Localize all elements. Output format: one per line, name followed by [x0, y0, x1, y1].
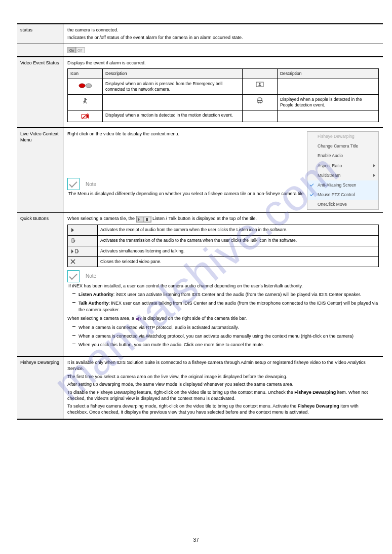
row-context-menu: Live Video Context Menu Right click on t… — [17, 128, 383, 213]
menu-enable-audio[interactable]: Enable Audio — [307, 151, 378, 161]
svg-rect-20 — [72, 239, 74, 242]
menu-fisheye-dewarping[interactable]: Fisheye Dewarping — [307, 132, 378, 141]
talk-icon — [68, 235, 98, 246]
listen-icon — [68, 225, 98, 235]
menu-oneclick-move[interactable]: OneClick Move — [307, 200, 378, 209]
row-status-icons: OnOff — [17, 44, 383, 57]
vehicle-detect-icon — [242, 95, 277, 110]
close-icon — [68, 256, 98, 267]
row-video-event: Video Event Status Displays the event if… — [17, 57, 383, 128]
row-quick-buttons: Quick Buttons When selecting a camera ti… — [17, 213, 383, 357]
menu-antialias[interactable]: Anti-Aliasing Screen — [307, 180, 378, 190]
menu-change-title[interactable]: Change Camera Title — [307, 141, 378, 151]
svg-text:Off: Off — [77, 49, 82, 52]
row-status: status the camera is connected. Indicate… — [17, 24, 383, 44]
on-off-switch-icon: OnOff — [67, 47, 85, 53]
menu-aspect-ratio[interactable]: Aspect Ratio — [307, 161, 378, 171]
row-label: Video Event Status — [17, 57, 63, 127]
event-icon-table: Icon Description Description Displayed w… — [67, 68, 379, 122]
page-number: 37 — [193, 537, 199, 543]
quick-button-table: Activates the receipt of audio from the … — [67, 225, 379, 267]
row-label: Live Video Context Menu — [17, 128, 63, 212]
people-detect-icon — [242, 79, 277, 95]
row-label: Quick Buttons — [17, 213, 63, 356]
svg-point-14 — [260, 102, 261, 103]
menu-mouse-ptz[interactable]: Mouse PTZ Control — [307, 190, 378, 200]
row-label: status — [17, 24, 63, 44]
svg-rect-19 — [146, 218, 148, 221]
row-fisheye: Fisheye Dewarping It is available only w… — [17, 357, 383, 420]
context-menu: Fisheye Dewarping Change Camera Title En… — [307, 131, 379, 209]
svg-text:On: On — [69, 49, 74, 52]
listen-talk-icon — [68, 246, 98, 256]
note-check-icon — [67, 178, 80, 190]
note-check-icon — [67, 270, 80, 282]
menu-multistream[interactable]: MultiStream — [307, 171, 378, 180]
motion-detect-icon — [68, 95, 103, 110]
document-table: status the camera is connected. Indicate… — [17, 23, 383, 420]
svg-rect-17 — [137, 217, 144, 222]
svg-point-13 — [258, 102, 259, 103]
svg-rect-21 — [75, 249, 77, 253]
bell-alarm-icon — [68, 79, 103, 95]
row-label: Fisheye Dewarping — [17, 357, 63, 419]
video-loss-icon — [68, 110, 103, 122]
speaker-mute-icon — [136, 316, 142, 321]
listen-talk-bar-icon — [136, 216, 151, 222]
row-content: the camera is connected. Indicates the o… — [63, 24, 383, 44]
